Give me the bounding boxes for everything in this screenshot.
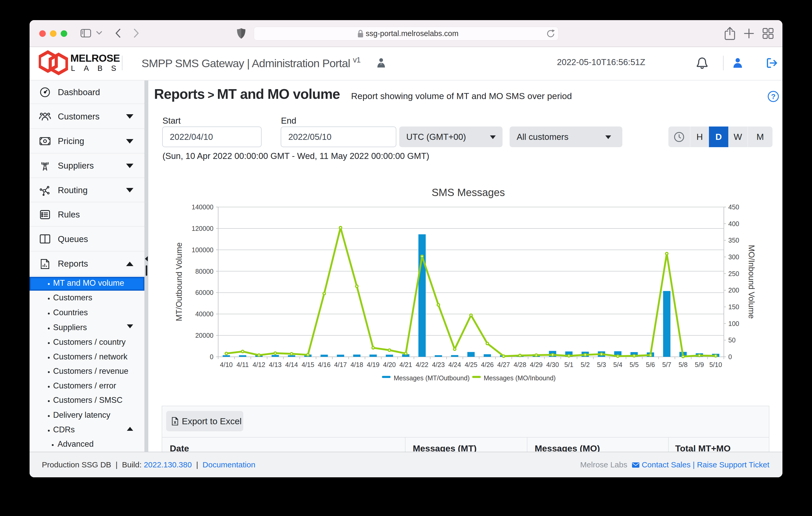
- svg-text:4/18: 4/18: [351, 361, 364, 368]
- svg-text:100: 100: [728, 320, 739, 327]
- svg-text:4/15: 4/15: [301, 361, 314, 368]
- svg-text:400: 400: [728, 220, 739, 227]
- svg-text:5/9: 5/9: [695, 361, 704, 368]
- svg-text:4/16: 4/16: [318, 361, 331, 368]
- svg-text:60000: 60000: [195, 289, 213, 296]
- svg-text:40000: 40000: [195, 310, 213, 317]
- svg-text:5/6: 5/6: [646, 361, 655, 368]
- svg-text:5/10: 5/10: [709, 361, 722, 368]
- svg-text:4/24: 4/24: [448, 361, 461, 368]
- svg-text:4/28: 4/28: [514, 361, 526, 368]
- svg-text:?: ?: [771, 93, 775, 101]
- svg-text:300: 300: [728, 253, 739, 261]
- svg-text:5/1: 5/1: [564, 361, 573, 368]
- svg-text:4/19: 4/19: [367, 361, 380, 368]
- svg-text:80000: 80000: [195, 268, 213, 275]
- svg-text:4/12: 4/12: [253, 361, 265, 368]
- svg-text:4/30: 4/30: [546, 361, 559, 368]
- svg-text:350: 350: [728, 237, 739, 244]
- svg-text:5/8: 5/8: [678, 361, 688, 368]
- svg-text:MT/Outbound Volume: MT/Outbound Volume: [174, 242, 184, 321]
- svg-text:20000: 20000: [195, 332, 213, 339]
- svg-text:50: 50: [728, 336, 735, 344]
- svg-text:4/13: 4/13: [269, 361, 282, 368]
- svg-text:4/10: 4/10: [220, 361, 233, 368]
- svg-text:4/14: 4/14: [285, 361, 298, 368]
- svg-text:5/5: 5/5: [630, 361, 639, 368]
- svg-text:150: 150: [728, 303, 739, 310]
- svg-text:200: 200: [728, 286, 739, 294]
- svg-text:4/21: 4/21: [400, 361, 412, 368]
- svg-text:250: 250: [728, 270, 739, 277]
- svg-text:Messages (MT/Outbound): Messages (MT/Outbound): [394, 374, 470, 382]
- svg-text:4/22: 4/22: [416, 361, 429, 368]
- svg-text:4/25: 4/25: [465, 361, 477, 368]
- svg-text:0: 0: [728, 353, 732, 361]
- svg-text:Messages (MO/Inbound): Messages (MO/Inbound): [484, 374, 556, 382]
- svg-text:4/23: 4/23: [432, 361, 445, 368]
- svg-text:5/3: 5/3: [597, 361, 606, 368]
- svg-text:0: 0: [210, 353, 213, 361]
- svg-text:x: x: [174, 420, 176, 425]
- svg-text:SMS Messages: SMS Messages: [432, 187, 505, 198]
- svg-text:100000: 100000: [192, 246, 213, 253]
- svg-text:4/20: 4/20: [383, 361, 396, 368]
- svg-text:5/7: 5/7: [662, 361, 671, 368]
- svg-text:4/26: 4/26: [481, 361, 494, 368]
- svg-text:4/27: 4/27: [497, 361, 510, 368]
- svg-text:MO/Inbound Volume: MO/Inbound Volume: [747, 245, 756, 319]
- svg-text:120000: 120000: [192, 225, 213, 232]
- svg-text:5/4: 5/4: [613, 361, 622, 368]
- svg-text:5/2: 5/2: [581, 361, 590, 368]
- svg-text:4/17: 4/17: [334, 361, 347, 368]
- svg-text:140000: 140000: [192, 203, 213, 211]
- svg-text:450: 450: [728, 203, 739, 211]
- svg-text:4/11: 4/11: [236, 361, 249, 368]
- svg-text:4/29: 4/29: [530, 361, 543, 368]
